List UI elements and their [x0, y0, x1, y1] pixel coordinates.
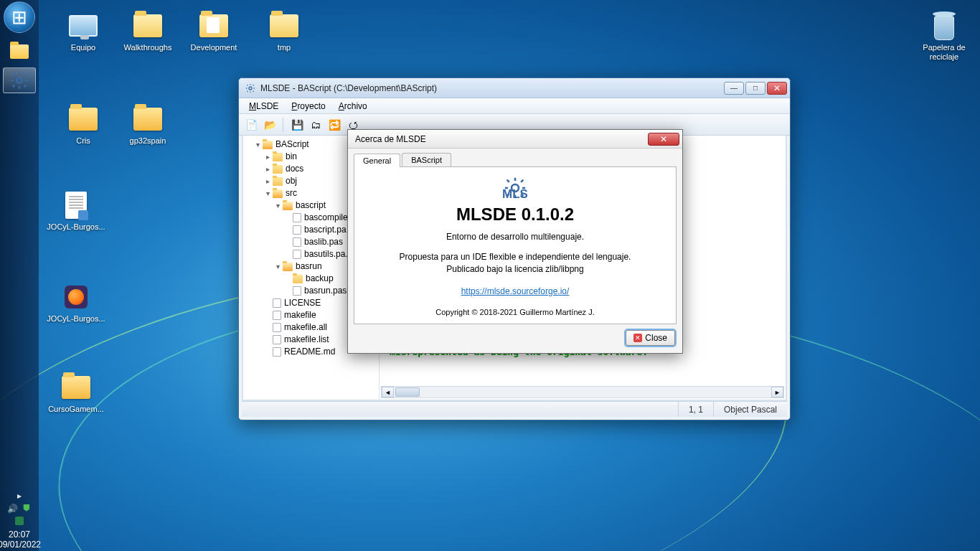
folder-icon	[44, 372, 108, 403]
dialog-close-button[interactable]: ✕ Close	[626, 330, 675, 346]
dialog-tabs: General BAScript	[348, 149, 682, 166]
desktop-icon-label: gp32spain	[116, 136, 179, 146]
menu-item[interactable]: Archivo	[333, 100, 373, 113]
status-language: Object Pascal	[713, 402, 787, 417]
folder-icon	[116, 103, 179, 135]
toolbar-action1-button[interactable]: 🔁	[326, 117, 342, 133]
start-button[interactable]: ⊞	[4, 1, 35, 33]
firefox-icon	[44, 281, 108, 313]
taskbar: ⊞ ▸ 🔊 ⛊ 20:07 09/01/2022	[0, 0, 39, 551]
tray-app-icon[interactable]	[15, 517, 24, 525]
app-gear-icon	[245, 83, 256, 94]
document-icon	[44, 189, 108, 221]
about-copyright: Copyright © 2018-2021 Guillermo Martínez…	[364, 308, 666, 316]
desktop-icon[interactable]: Equipo	[52, 10, 115, 52]
toolbar-saveall-button[interactable]: 🗂	[308, 117, 324, 133]
desktop-icon[interactable]: Walkthroughs	[116, 10, 179, 52]
system-tray: ▸ 🔊 ⛊ 20:07 09/01/2022	[0, 486, 41, 551]
folder-icon	[116, 10, 179, 42]
taskbar-mlsde-button[interactable]	[3, 67, 36, 93]
windows-logo-icon: ⊞	[11, 6, 27, 29]
tab-general[interactable]: General	[354, 154, 400, 167]
window-title: MLSDE - BAScript (C:\Development\BAScrip…	[260, 83, 724, 93]
desktop-icon-label: CursoGamem...	[44, 405, 108, 414]
folder-icon	[52, 103, 115, 135]
shield-icon[interactable]: ⛊	[22, 504, 32, 514]
gear-icon	[9, 70, 30, 91]
taskbar-clock[interactable]: 20:07 09/01/2022	[0, 527, 41, 550]
dialog-titlebar-close-button[interactable]: ✕	[648, 133, 679, 146]
svg-point-0	[17, 77, 22, 83]
volume-icon[interactable]: 🔊	[7, 504, 17, 514]
about-link[interactable]: https://mlsde.sourceforge.io/	[461, 286, 570, 296]
menubar: MLSDEProyectoArchivo	[239, 98, 790, 114]
close-icon: ✕	[633, 334, 642, 342]
dialog-titlebar[interactable]: Acerca de MLSDE ✕	[348, 130, 682, 149]
svg-text:MLS: MLS	[503, 187, 527, 200]
desktop-icon-label: Cris	[52, 136, 115, 146]
taskbar-explorer-button[interactable]	[3, 39, 36, 65]
desktop-icon[interactable]: Papelera de reciclaje	[913, 10, 976, 62]
desktop-icon[interactable]: JOCyL-Burgos...	[44, 189, 108, 232]
scroll-right-icon[interactable]: ►	[771, 387, 783, 397]
menu-item[interactable]: MLSDE	[243, 100, 284, 113]
desktop-icon-label: Papelera de reciclaje	[913, 43, 976, 62]
horizontal-scrollbar[interactable]: ◄ ►	[381, 386, 784, 398]
about-heading: MLSDE 0.1.0.2	[364, 204, 666, 225]
about-line2: Propuesta para un IDE flexible e indepen…	[364, 252, 666, 262]
minimize-button[interactable]: —	[724, 82, 744, 95]
desktop-icon-label: Development	[182, 43, 245, 52]
desktop-icon[interactable]: tmp	[253, 10, 316, 52]
svg-point-1	[249, 87, 252, 90]
menu-item[interactable]: Proyecto	[286, 100, 331, 113]
maximize-button[interactable]: □	[745, 82, 765, 95]
desktop-icon[interactable]: Cris	[52, 103, 115, 146]
computer-icon	[52, 10, 115, 42]
dialog-body: MLS MLSDE 0.1.0.2 Entorno de desarrollo …	[354, 166, 677, 324]
toolbar-new-button[interactable]: 📄	[243, 117, 259, 133]
statusbar: 1, 1 Object Pascal	[242, 401, 787, 417]
desktop-icon-label: Walkthroughs	[116, 43, 179, 52]
desktop-icon[interactable]: Development	[182, 10, 245, 52]
folder-icon	[182, 10, 245, 42]
about-line3: Publicado bajo la licencia zlib/libpng	[364, 264, 666, 274]
recycle-bin-icon	[913, 10, 976, 42]
toolbar-open-button[interactable]: 📂	[262, 117, 278, 133]
desktop-icon-label: JOCyL-Burgos...	[44, 222, 108, 232]
folder-icon	[10, 44, 29, 59]
about-dialog: Acerca de MLSDE ✕ General BAScript MLS M…	[347, 129, 683, 354]
about-gear-icon: MLS	[364, 176, 666, 200]
desktop-icon-label: tmp	[253, 43, 316, 52]
scroll-thumb[interactable]	[395, 387, 420, 397]
tray-expand-icon[interactable]: ▸	[14, 491, 24, 501]
clock-time: 20:07	[0, 529, 41, 540]
window-titlebar[interactable]: MLSDE - BAScript (C:\Development\BAScrip…	[239, 78, 790, 98]
desktop-icon[interactable]: gp32spain	[116, 103, 179, 146]
about-line1: Entorno de desarrollo multilenguaje.	[364, 232, 666, 242]
clock-date: 09/01/2022	[0, 540, 41, 550]
scroll-left-icon[interactable]: ◄	[382, 387, 394, 397]
desktop-icon[interactable]: JOCyL-Burgos...	[44, 281, 108, 324]
dialog-title: Acerca de MLSDE	[355, 134, 648, 144]
desktop-icon-label: Equipo	[52, 43, 115, 52]
status-cursor-pos: 1, 1	[678, 402, 713, 417]
desktop-icon-label: JOCyL-Burgos...	[44, 314, 108, 324]
close-button-label: Close	[645, 333, 667, 343]
folder-icon	[253, 10, 316, 42]
toolbar-save-button[interactable]: 💾	[289, 117, 305, 133]
window-close-button[interactable]: ✕	[767, 82, 787, 95]
tab-bascript[interactable]: BAScript	[402, 153, 451, 166]
desktop-icon[interactable]: CursoGamem...	[44, 372, 108, 414]
